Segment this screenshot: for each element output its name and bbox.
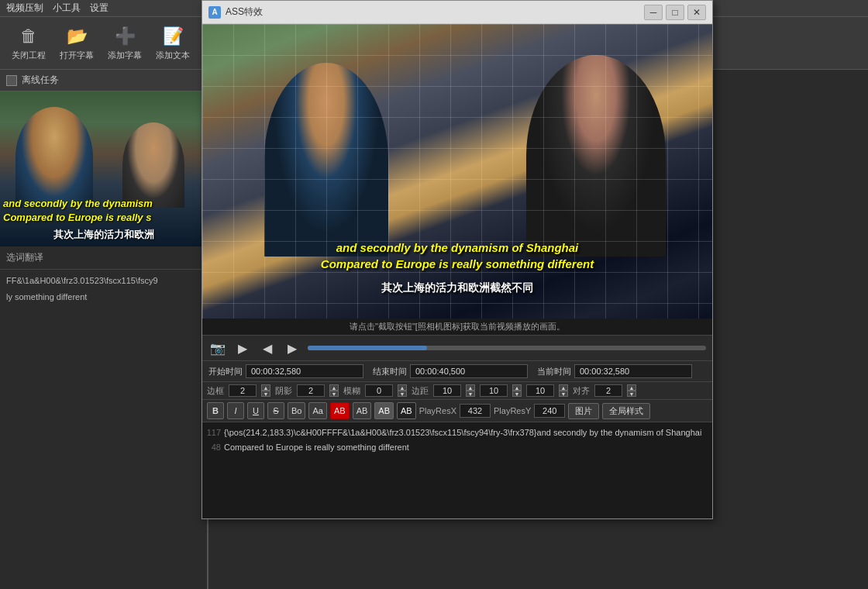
margin-label: 边距 bbox=[412, 385, 429, 397]
word-translate-label: 选词翻译 bbox=[0, 246, 207, 270]
video-overlay-english: and secondly by the dynamism Compared to… bbox=[3, 197, 153, 225]
play-btn[interactable]: ▶ bbox=[233, 339, 252, 357]
margin-input1[interactable] bbox=[433, 384, 461, 397]
shadow-down-btn[interactable]: ▼ bbox=[329, 391, 339, 397]
blur-label: 模糊 bbox=[343, 385, 360, 397]
current-time-input[interactable] bbox=[574, 364, 692, 378]
border-input[interactable] bbox=[229, 384, 257, 397]
end-time-input[interactable] bbox=[410, 364, 528, 378]
margin-down2-btn[interactable]: ▼ bbox=[512, 391, 522, 397]
border-label: 边框 bbox=[207, 385, 224, 397]
margin-down3-btn[interactable]: ▼ bbox=[559, 391, 568, 397]
dialog-title: ASS特效 bbox=[226, 5, 639, 19]
add-subtitle-btn[interactable]: ➕ 添加字幕 bbox=[102, 21, 147, 66]
dialog-controls: ─ □ ✕ bbox=[644, 5, 706, 20]
dialog-titlebar: A ASS特效 ─ □ ✕ bbox=[202, 1, 712, 24]
color-btn1[interactable]: AB bbox=[330, 402, 350, 419]
time-row: 开始时间 结束时间 当前时间 bbox=[202, 360, 712, 381]
border-spin: ▲ ▼ bbox=[261, 384, 270, 397]
image-btn[interactable]: 图片 bbox=[568, 403, 599, 419]
menu-item-video[interactable]: 视频压制 bbox=[6, 2, 43, 15]
start-time-label: 开始时间 bbox=[208, 366, 243, 377]
blur-down-btn[interactable]: ▼ bbox=[398, 391, 407, 397]
minimize-btn[interactable]: ─ bbox=[644, 5, 663, 20]
subtitle-edit-area: 117 {\pos(214.2,183.3)\c&H00FFFF&\1a&H00… bbox=[202, 422, 712, 518]
add-subtitle-icon: ➕ bbox=[115, 26, 136, 48]
shadow-spin: ▲ ▼ bbox=[329, 384, 339, 397]
margin-up3-btn[interactable]: ▲ bbox=[559, 384, 568, 391]
subtitle-english-overlay: and secondly by the dynamism of Shanghai… bbox=[321, 239, 594, 272]
left-video-preview: and secondly by the dynamism Compared to… bbox=[0, 91, 208, 246]
menu-item-tools[interactable]: 小工具 bbox=[53, 2, 81, 15]
color-btn3[interactable]: AB bbox=[374, 402, 394, 419]
margin-spin3: ▲ ▼ bbox=[559, 384, 568, 397]
shadow-label: 阴影 bbox=[275, 385, 292, 397]
line-content-48[interactable]: Compared to Europe is really something d… bbox=[224, 442, 409, 453]
offline-task-label: 离线任务 bbox=[22, 74, 59, 87]
align-spin: ▲ ▼ bbox=[627, 384, 636, 397]
player-controls: 📷 ▶ ◀ ▶ bbox=[202, 335, 712, 360]
margin-down1-btn[interactable]: ▼ bbox=[466, 391, 475, 397]
end-time-label: 结束时间 bbox=[373, 366, 407, 377]
format-row: B I U S Bo Aa AB AB AB AB PlayResX PlayR… bbox=[202, 399, 712, 422]
shadow-input[interactable] bbox=[297, 384, 325, 397]
camera-btn[interactable]: 📷 bbox=[208, 339, 227, 357]
list-item: ly something different bbox=[0, 289, 207, 305]
align-up-btn[interactable]: ▲ bbox=[627, 384, 636, 391]
line-content-117[interactable]: {\pos(214.2,183.3)\c&H00FFFF&\1a&H00&\fr… bbox=[224, 427, 701, 439]
fontsize-btn[interactable]: Aa bbox=[308, 402, 326, 419]
ass-effects-dialog: A ASS特效 ─ □ ✕ bbox=[202, 0, 713, 519]
margin-up1-btn[interactable]: ▲ bbox=[466, 384, 475, 391]
align-input[interactable] bbox=[594, 384, 622, 397]
progress-fill bbox=[308, 346, 427, 350]
margin-spin1: ▲ ▼ bbox=[466, 384, 475, 397]
margin-input2[interactable] bbox=[480, 384, 508, 397]
close-project-btn[interactable]: 🗑 关闭工程 bbox=[6, 21, 51, 66]
bold-btn[interactable]: B bbox=[207, 402, 224, 419]
color-btn2[interactable]: AB bbox=[353, 402, 372, 419]
margin-up2-btn[interactable]: ▲ bbox=[512, 384, 522, 391]
shadow-up-btn[interactable]: ▲ bbox=[329, 384, 339, 391]
align-down-btn[interactable]: ▼ bbox=[627, 391, 636, 397]
current-time-field: 当前时间 bbox=[537, 364, 692, 378]
open-subtitle-btn[interactable]: 📂 打开字幕 bbox=[54, 21, 99, 66]
border-down-btn[interactable]: ▼ bbox=[261, 391, 270, 397]
progress-bar[interactable] bbox=[308, 346, 706, 350]
end-time-field: 结束时间 bbox=[373, 364, 528, 378]
params-row: 边框 ▲ ▼ 阴影 ▲ ▼ 模糊 ▲ ▼ 边距 ▲ ▼ bbox=[202, 381, 712, 399]
next-btn[interactable]: ▶ bbox=[283, 339, 301, 357]
margin-spin2: ▲ ▼ bbox=[512, 384, 522, 397]
playresx-input[interactable] bbox=[460, 404, 491, 418]
strikethrough-btn[interactable]: S bbox=[267, 402, 284, 419]
main-area: 离线任务 and secondly by the dynamism Compar… bbox=[0, 70, 868, 589]
add-text-icon: 📝 bbox=[163, 26, 184, 48]
subtitle-chinese-overlay: 其次上海的活力和欧洲截然不同 bbox=[381, 281, 533, 295]
close-dialog-btn[interactable]: ✕ bbox=[687, 5, 706, 20]
add-text-btn[interactable]: 📝 添加文本 bbox=[150, 21, 195, 66]
blur-input[interactable] bbox=[365, 384, 393, 397]
playresx-label: PlayResX bbox=[419, 406, 456, 415]
dialog-video-area: and secondly by the dynamism of Shanghai… bbox=[202, 24, 712, 319]
close-project-icon: 🗑 bbox=[20, 26, 37, 48]
list-item: FF&\1a&H00&\frz3.01523\fscx115\fscy9 bbox=[0, 273, 207, 289]
outline-btn[interactable]: Bo bbox=[288, 402, 305, 419]
screenshot-hint: 请点击"截取按钮"[照相机图标]获取当前视频播放的画面。 bbox=[202, 319, 712, 335]
fullstyle-btn[interactable]: 全局样式 bbox=[602, 403, 650, 419]
start-time-input[interactable] bbox=[246, 364, 363, 378]
maximize-btn[interactable]: □ bbox=[666, 5, 684, 20]
border-up-btn[interactable]: ▲ bbox=[261, 384, 270, 391]
open-subtitle-label: 打开字幕 bbox=[60, 50, 94, 60]
prev-btn[interactable]: ◀ bbox=[258, 339, 277, 357]
add-subtitle-label: 添加字幕 bbox=[108, 50, 142, 60]
left-subtitle-list: FF&\1a&H00&\frz3.01523\fscx115\fscy9 ly … bbox=[0, 270, 207, 589]
blur-up-btn[interactable]: ▲ bbox=[398, 384, 407, 391]
margin-input3[interactable] bbox=[526, 384, 554, 397]
offline-task-checkbox[interactable] bbox=[6, 75, 17, 86]
subtitle-edit-line2: 48 Compared to Europe is really somethin… bbox=[205, 440, 709, 455]
add-text-label: 添加文本 bbox=[156, 50, 190, 60]
menu-item-settings[interactable]: 设置 bbox=[90, 2, 108, 15]
playresy-input[interactable] bbox=[534, 404, 565, 418]
underline-btn[interactable]: U bbox=[247, 402, 264, 419]
color-btn4[interactable]: AB bbox=[397, 402, 416, 419]
italic-btn[interactable]: I bbox=[227, 402, 244, 419]
